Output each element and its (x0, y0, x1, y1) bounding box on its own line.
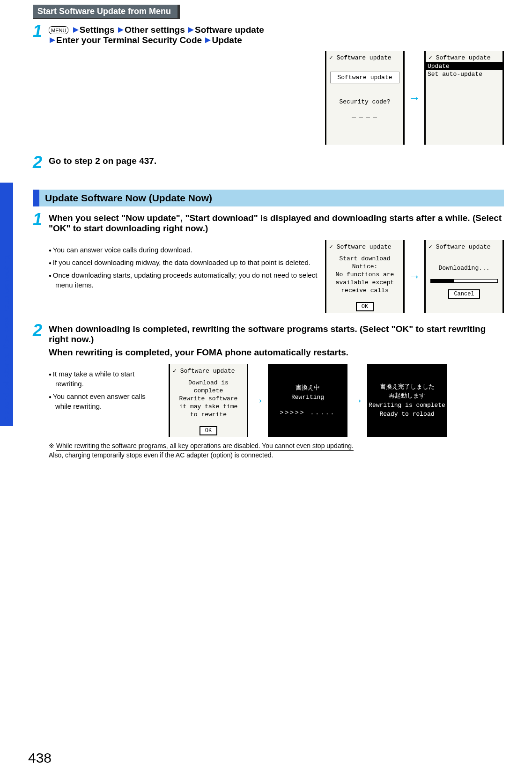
prompt-text: Security code? (329, 98, 400, 106)
step-text: Go to step 2 on page 437. (49, 154, 504, 166)
two-col: It may take a while to start rewriting. … (49, 364, 504, 437)
path-item: Other settings (125, 25, 185, 35)
step-number: 2 (33, 154, 49, 171)
path-item: Update (212, 35, 242, 45)
step-2: 2 Go to step 2 on page 437. (33, 154, 504, 171)
line-en: Rewriting (291, 393, 324, 402)
flow-arrow-icon: → (408, 269, 421, 284)
line-jp: 書換え完了しました (380, 383, 435, 392)
input-line: ＿＿＿＿ (329, 112, 400, 120)
bullet-list: You can answer voice calls during downlo… (49, 245, 318, 290)
side-tab: Appendix/External Devices/Troubleshootin… (0, 183, 13, 426)
arrow-icon (118, 27, 124, 33)
line: No functions are (329, 271, 400, 279)
line-jp: 書換え中 (296, 383, 320, 393)
side-tab-text: Appendix/External Devices/Troubleshootin… (2, 255, 11, 421)
screen-body: Start download Notice: No functions are … (326, 251, 403, 298)
screen-row: Software update Start download Notice: N… (325, 240, 504, 313)
bullet: Once downloading starts, updating procee… (49, 270, 318, 290)
note: While rewriting the software programs, a… (49, 442, 504, 460)
screen-title: Software update (426, 242, 502, 251)
step-heading-1: When downloading is completed, rewriting… (49, 324, 504, 345)
screen-title: Software update (170, 366, 247, 375)
bullet: It may take a while to start rewriting. (49, 369, 161, 389)
line: to rewrite (173, 411, 244, 419)
phone-screen-ready: 書換え完了しました 再起動します Rewriting is complete R… (367, 364, 447, 437)
line: it may take time (173, 403, 244, 411)
arrow-icon (50, 37, 55, 43)
phone-screen-downloading: Software update Downloading... Cancel (424, 240, 504, 313)
screen-subtitle: Software update (330, 72, 399, 83)
bullet: You cannot even answer calls while rewri… (49, 391, 161, 411)
sec2-step-2: 2 When downloading is completed, rewriti… (33, 322, 504, 460)
line-en: Ready to reload (379, 410, 434, 419)
menu-item-selected: Update (426, 62, 502, 70)
path-item: Enter your Terminal Security Code (56, 35, 202, 45)
arrow-icon (205, 37, 211, 43)
line: Download is complete (173, 379, 244, 395)
nav-path: MENU Settings Other settings Software up… (49, 25, 504, 45)
sec2-step-1: 1 When you select "Now update", "Start d… (33, 211, 504, 313)
step-body: When downloading is completed, rewriting… (49, 322, 504, 460)
step-heading-2: When rewriting is completed, your FOMA p… (49, 347, 504, 358)
page-number: 438 (28, 750, 52, 766)
arrow-icon (73, 27, 79, 33)
line: Start download Notice: (329, 255, 400, 271)
arrow-icon (188, 27, 194, 33)
screen-title: Software update (326, 242, 403, 251)
bullet-col: It may take a while to start rewriting. … (49, 364, 161, 414)
page: Appendix/External Devices/Troubleshootin… (0, 0, 532, 780)
screen-body: Security code? ＿＿＿＿ (326, 95, 403, 124)
screen-title: Software update (426, 53, 502, 62)
note-line-2: Also, charging temporarily stops even if… (49, 451, 273, 460)
flow-arrow-icon: → (408, 91, 421, 105)
phone-screen-security: Software update Software update Security… (325, 51, 405, 145)
phone-screen-rewriting: 書換え中 Rewriting >>>>> ..... (268, 364, 347, 437)
step-body: When you select "Now update", "Start dow… (49, 211, 504, 313)
bullet: If you cancel downloading midway, the da… (49, 258, 318, 267)
menu-key: MENU (49, 26, 68, 34)
line: receive calls (329, 287, 400, 295)
bullet: You can answer voice calls during downlo… (49, 245, 318, 255)
ok-button: OK (200, 426, 217, 435)
note-line-1: While rewriting the software programs, a… (56, 442, 354, 451)
screen-body: Downloading... (426, 261, 502, 276)
step-body: MENU Settings Other settings Software up… (49, 23, 504, 45)
screen-row: Software update Download is complete Rew… (169, 364, 447, 437)
progress-bar (430, 279, 498, 283)
ok-button: OK (356, 302, 374, 311)
phone-screen-notice: Software update Start download Notice: N… (325, 240, 405, 313)
screen-title: Software update (326, 53, 403, 62)
line-en: Rewriting is complete (369, 401, 445, 410)
cancel-button: Cancel (448, 289, 480, 299)
phone-screen-menu: Software update Update Set auto-update (424, 51, 504, 145)
path-item: Settings (80, 25, 115, 35)
screen-row: Software update Software update Security… (33, 51, 504, 145)
section-header: Start Software Update from Menu (33, 5, 180, 19)
step-heading: When you select "Now update", "Start dow… (49, 213, 504, 234)
step-1: 1 MENU Settings Other settings Software … (33, 23, 504, 45)
flow-arrow-icon: → (252, 393, 264, 408)
subsection-header: Update Software Now (Update Now) (33, 190, 504, 206)
step-number: 1 (33, 23, 49, 40)
two-col: You can answer voice calls during downlo… (49, 240, 504, 313)
line-jp: 再起動します (389, 391, 425, 401)
line: available except (329, 279, 400, 287)
line: Downloading... (429, 265, 500, 272)
bullet-col: You can answer voice calls during downlo… (49, 240, 318, 293)
screen-body: Download is complete Rewrite software it… (170, 375, 247, 422)
step-number: 1 (33, 211, 49, 228)
phone-screen-complete: Software update Download is complete Rew… (169, 364, 248, 437)
line: Rewrite software (173, 395, 244, 403)
path-item: Software update (195, 25, 264, 35)
bullet-list: It may take a while to start rewriting. … (49, 369, 161, 411)
progress-dots: >>>>> ..... (280, 408, 336, 418)
step-number: 2 (33, 322, 49, 339)
menu-item: Set auto-update (426, 70, 502, 78)
flow-arrow-icon: → (351, 393, 363, 408)
